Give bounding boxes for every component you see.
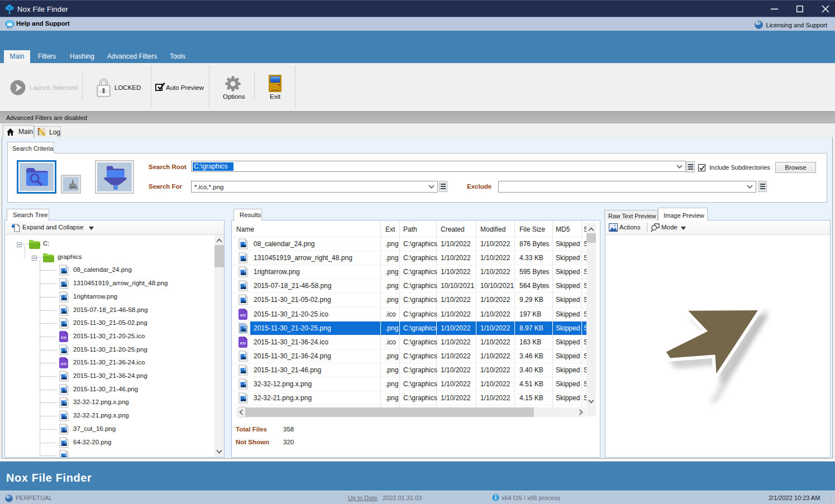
svg-text:ICO: ICO: [61, 335, 67, 339]
svg-text:ICO: ICO: [61, 362, 67, 366]
svg-text:ICO: ICO: [240, 313, 246, 316]
svg-text:ICO: ICO: [240, 341, 246, 344]
